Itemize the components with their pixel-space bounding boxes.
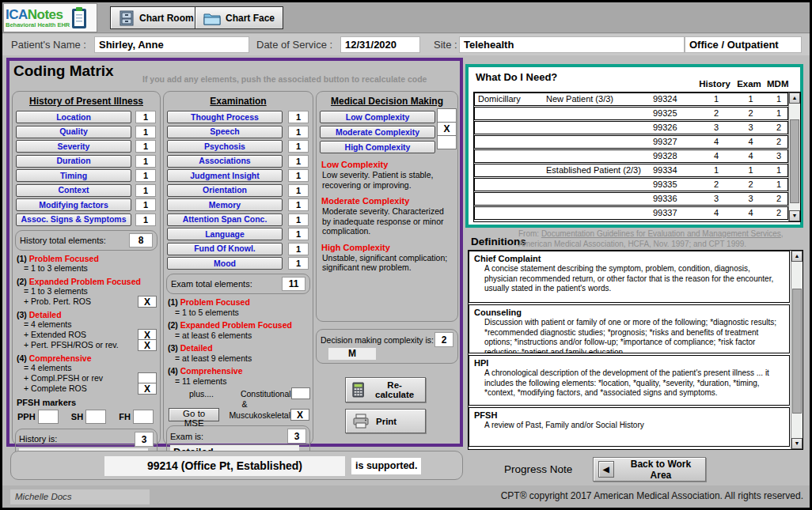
exam-fund-of-knowl-button[interactable]: Fund Of Knowl.	[167, 243, 283, 255]
exam-associations-count: 1	[288, 155, 309, 168]
element-row: Modifying factors1	[16, 198, 157, 211]
hpi-quality-button[interactable]: Quality	[16, 126, 131, 138]
element-row: Judgment Insight1	[167, 169, 310, 182]
element-row: Psychosis1	[167, 140, 310, 153]
legend-heading: (2) Expanded Problem Focused	[17, 277, 157, 286]
hpi-severity-count: 1	[135, 140, 156, 153]
patient-name-field[interactable]: Shirley, Anne	[94, 36, 249, 53]
code-table-scrollbar[interactable]	[788, 93, 800, 221]
element-row: Orientation1	[167, 184, 310, 197]
print-button[interactable]: Print	[345, 409, 426, 433]
pfsh-pph-field[interactable]	[38, 410, 59, 424]
musculoskeletal-label: Muscukoskeletal	[229, 410, 290, 420]
exam-total-value: 11	[282, 277, 305, 291]
scroll-thumb[interactable]	[792, 289, 802, 414]
element-row: Attention Span Conc.1	[167, 213, 310, 226]
source-link-suffix: ,	[781, 229, 784, 238]
legend-text: + Compl.PFSH or rev	[24, 373, 103, 383]
legend-heading-text: Problem Focused	[180, 297, 250, 307]
pfsh-term: PFSH	[474, 410, 784, 421]
site-field[interactable]: Telehealth	[459, 36, 685, 53]
hpi-location-count: 1	[135, 111, 156, 123]
hpi-timing-button[interactable]: Timing	[16, 169, 131, 182]
exam-orientation-count: 1	[288, 184, 309, 197]
hpi-assoc-signs-symptoms-button[interactable]: Assoc. Signs & Symptoms	[16, 213, 131, 226]
scroll-up-button[interactable]	[791, 251, 803, 262]
exam-language-button[interactable]: Language	[167, 228, 283, 240]
definition-item: Chief ComplaintA concise statement descr…	[469, 251, 790, 303]
pfsh-sh-field[interactable]	[85, 410, 106, 424]
code-cell: 99334	[651, 164, 700, 176]
documentation-guidelines-link[interactable]: Documentation Guidelines for Evaluation …	[541, 229, 781, 238]
hpi-duration-count: 1	[135, 155, 156, 168]
history-column-title: History of Present Illness	[14, 96, 158, 107]
definitions-scrollbar[interactable]	[791, 251, 803, 449]
code-cell: 99325	[651, 108, 700, 119]
exam-memory-button[interactable]: Memory	[167, 198, 283, 211]
mdm-column: Medical Decision Making Low ComplexityMo…	[316, 91, 458, 322]
pfsh-fh-field[interactable]	[133, 410, 154, 424]
exam-orientation-button[interactable]: Orientation	[167, 184, 283, 197]
back-to-work-area-button[interactable]: Back to Work Area	[593, 457, 706, 482]
moderate-complexity-button[interactable]: Moderate Complexity	[320, 126, 435, 138]
setting-cell	[475, 164, 546, 176]
hpi-modifying-factors-button[interactable]: Modifying factors	[16, 198, 131, 211]
exam-result-value: 3	[287, 429, 306, 444]
hpi-definition: A chronological description of the devel…	[484, 368, 784, 399]
low-complexity-button[interactable]: Low Complexity	[320, 111, 435, 123]
exam-attention-span-conc-button[interactable]: Attention Span Conc.	[167, 213, 283, 226]
exam-thought-process-button[interactable]: Thought Process	[167, 111, 283, 123]
scroll-down-button[interactable]	[791, 438, 803, 449]
date-of-service-field[interactable]: 12/31/2020	[340, 36, 420, 53]
mdm-cell: 1	[768, 179, 789, 191]
high-complexity-description: Unstable, significant complication; sign…	[322, 253, 453, 273]
pfsh-markers-row: PPHSHFH	[17, 410, 154, 424]
scroll-up-button[interactable]	[789, 93, 800, 104]
exam-mood-count: 1	[288, 257, 309, 270]
exam-memory-count: 1	[288, 198, 309, 211]
code-table-row: 99328443	[474, 149, 788, 163]
legend-text: + Pert. PFSH/ROS or rev.	[24, 340, 119, 349]
date-of-service-label: Date of Service :	[256, 39, 332, 51]
recalculate-button[interactable]: Re-calculate	[345, 377, 426, 402]
hpi-duration-button[interactable]: Duration	[16, 155, 131, 168]
scroll-thumb[interactable]	[790, 119, 799, 203]
exam-cell: 2	[733, 108, 768, 119]
hpi-severity-button[interactable]: Severity	[16, 140, 131, 153]
back-arrow-icon	[598, 461, 614, 478]
chart-face-button[interactable]: Chart Face	[195, 6, 283, 29]
hpi-context-button[interactable]: Context	[16, 184, 131, 197]
exam-psychosis-button[interactable]: Psychosis	[167, 140, 283, 153]
legend-line: + Complete ROSX	[24, 383, 157, 394]
setting-cell	[475, 179, 546, 191]
legend-line: = 1 to 3 elements	[24, 286, 157, 297]
exam-associations-button[interactable]: Associations	[167, 155, 283, 168]
chart-room-button[interactable]: Chart Room	[110, 6, 203, 29]
legend-number: (4)	[17, 353, 29, 363]
legend-heading-text: Detailed	[29, 310, 62, 319]
exam-fund-of-knowl-count: 1	[288, 243, 309, 255]
source-prefix: From:	[518, 229, 541, 238]
exam-mood-button[interactable]: Mood	[167, 257, 283, 270]
top-toolbar: ICANotes Behavioral Health EHR Chart Roo…	[2, 2, 810, 33]
exam-judgment-insight-button[interactable]: Judgment Insight	[167, 169, 283, 182]
low-complexity-marker	[437, 108, 457, 123]
mdm-cell: 2	[768, 207, 789, 219]
element-row: Context1	[16, 184, 157, 197]
go-to-mse-button[interactable]: Go to MSE	[169, 408, 219, 421]
legend-heading-text: Detailed	[180, 343, 213, 353]
decision-complexity-level: M	[328, 348, 376, 360]
complete-ros-checkbox: X	[138, 383, 157, 395]
hpi-location-button[interactable]: Location	[16, 111, 131, 123]
element-row: Fund Of Knowl.1	[167, 243, 310, 255]
history-cell: 2	[700, 179, 733, 191]
scroll-down-button[interactable]	[789, 210, 800, 221]
exam-cell: 4	[733, 207, 768, 219]
exam-speech-button[interactable]: Speech	[167, 126, 283, 138]
chief-complaint-definition: A concise statement describing the sympt…	[484, 264, 784, 294]
mdm-complexity-descriptions: Low ComplexityLow severity. Patient is s…	[318, 160, 456, 273]
chart-room-label: Chart Room	[139, 13, 194, 24]
exam-cell: 2	[733, 179, 768, 191]
legend-text: + Prob. Pert. ROS	[24, 297, 91, 306]
high-complexity-button[interactable]: High Complexity	[320, 141, 435, 153]
